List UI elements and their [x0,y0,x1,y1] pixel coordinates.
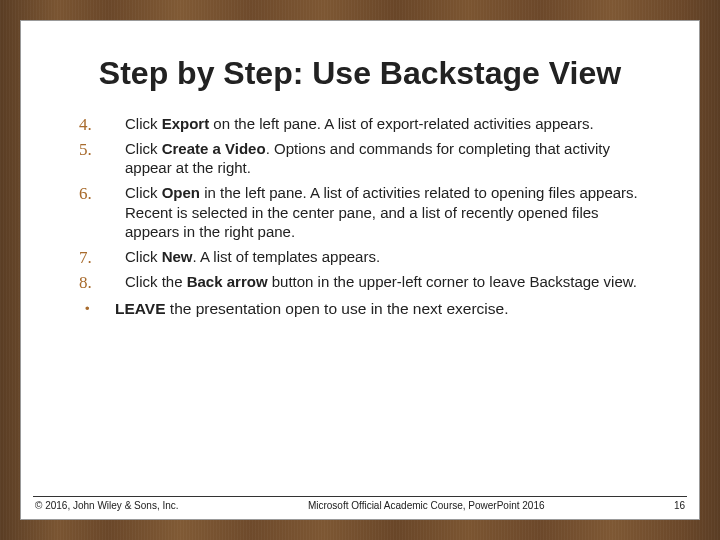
slide-title: Step by Step: Use Backstage View [71,55,649,92]
steps-list: 4. Click Export on the left pane. A list… [71,114,649,292]
step-item: 4. Click Export on the left pane. A list… [115,114,649,133]
step-number: 6. [79,183,92,205]
footer-page-number: 16 [674,500,685,511]
step-item: 5. Click Create a Video. Options and com… [115,139,649,177]
leave-note: • LEAVE the presentation open to use in … [71,299,649,319]
step-item: 7. Click New. A list of templates appear… [115,247,649,266]
footer-course: Microsoft Official Academic Course, Powe… [179,500,674,511]
bullet-icon: • [85,301,90,318]
step-item: 8. Click the Back arrow button in the up… [115,272,649,291]
footer: © 2016, John Wiley & Sons, Inc. Microsof… [21,500,699,511]
step-number: 8. [79,272,92,294]
leave-text: LEAVE the presentation open to use in th… [115,300,508,317]
step-item: 6. Click Open in the left pane. A list o… [115,183,649,241]
slide: Step by Step: Use Backstage View 4. Clic… [20,20,700,520]
step-text: Click Create a Video. Options and comman… [125,140,610,176]
step-text: Click New. A list of templates appears. [125,248,380,265]
step-text: Click Export on the left pane. A list of… [125,115,594,132]
footer-copyright: © 2016, John Wiley & Sons, Inc. [35,500,179,511]
step-number: 7. [79,247,92,269]
footer-divider [33,496,687,497]
step-number: 4. [79,114,92,136]
slide-content: 4. Click Export on the left pane. A list… [71,114,649,319]
step-number: 5. [79,139,92,161]
step-text: Click Open in the left pane. A list of a… [125,184,638,239]
step-text: Click the Back arrow button in the upper… [125,273,637,290]
